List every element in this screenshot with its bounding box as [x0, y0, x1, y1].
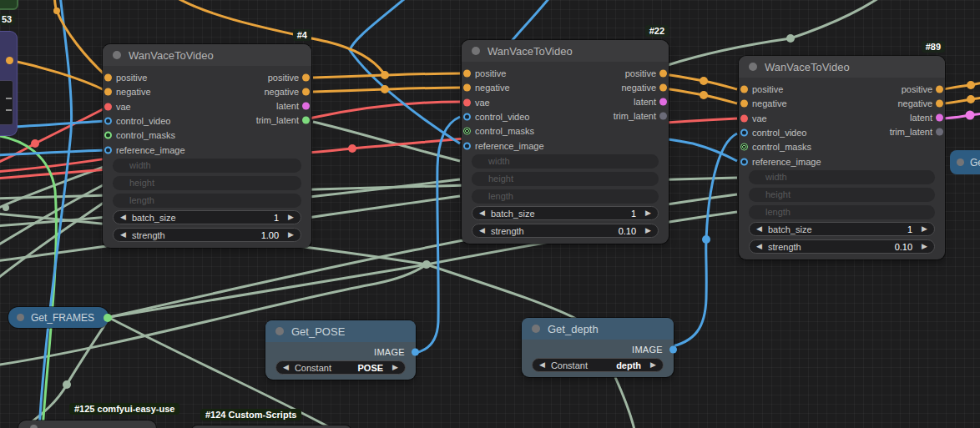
widget-strength[interactable]: ◀strength0.10▶ — [472, 224, 659, 238]
output-slot-trim_latent[interactable]: trim_latent — [211, 113, 311, 127]
output-slot-latent[interactable]: latent — [211, 99, 311, 113]
output-slot-positive[interactable]: positive — [568, 67, 669, 80]
collapse-dot-icon[interactable] — [17, 314, 24, 321]
widget-strength[interactable]: ◀strength1.00▶ — [113, 228, 301, 242]
control_video-input-dot[interactable] — [104, 118, 112, 125]
control_masks-input-dot[interactable] — [104, 132, 112, 139]
output-slot-trim_latent[interactable]: trim_latent — [845, 125, 945, 138]
negative-output-dot[interactable] — [936, 100, 943, 108]
stepper-right-arrow-icon[interactable]: ▶ — [922, 225, 927, 233]
stepper-right-arrow-icon[interactable]: ▶ — [650, 361, 656, 369]
negative-output-dot[interactable] — [302, 88, 310, 96]
output-slot-dot[interactable] — [104, 314, 112, 322]
node-wanvacetovideo-4[interactable]: #4WanVaceToVideopositivenegativevaecontr… — [103, 44, 311, 248]
control_video-input-dot[interactable] — [740, 129, 748, 137]
widget-constant[interactable]: ◀Constantdepth▶ — [532, 358, 664, 372]
negative-input-dot[interactable] — [104, 88, 112, 96]
reference_image-input-dot[interactable] — [463, 143, 471, 150]
vae-input-dot[interactable] — [104, 103, 112, 111]
input-slot-control_masks[interactable]: control_masks — [462, 124, 595, 138]
stepper-left-arrow-icon[interactable]: ◀ — [479, 209, 485, 217]
node-title-bar[interactable]: WanVaceToVideo — [462, 40, 669, 62]
text-widget[interactable] — [0, 80, 13, 125]
widget-batch_size[interactable]: ◀batch_size1▶ — [749, 222, 935, 236]
negative-output-dot[interactable] — [659, 84, 667, 92]
positive-input-dot[interactable] — [740, 86, 748, 93]
stepper-right-arrow-icon[interactable]: ▶ — [288, 214, 294, 221]
output-slot-image[interactable]: IMAGE — [332, 345, 416, 359]
input-slot-control_masks[interactable]: control_masks — [739, 140, 872, 154]
input-slot-reference_image[interactable]: reference_image — [739, 155, 872, 169]
widget-batch_size[interactable]: ◀batch_size1▶ — [472, 206, 659, 220]
negative-input-dot[interactable] — [740, 100, 748, 108]
node-graph-canvas[interactable]: 53 #4WanVaceToVideopositivenegativevaeco… — [0, 0, 980, 428]
widget-width[interactable]: width — [113, 159, 301, 173]
node-wanvacetovideo-22[interactable]: #22WanVaceToVideopositivenegativevaecont… — [462, 40, 669, 244]
stepper-left-arrow-icon[interactable]: ◀ — [283, 364, 289, 371]
output-slot-dot[interactable] — [6, 57, 13, 64]
node-get-frames[interactable]: Get_FRAMES — [8, 307, 109, 328]
latent-output-dot[interactable] — [302, 103, 310, 110]
output-slot-positive[interactable]: positive — [211, 71, 311, 84]
widget-width[interactable]: width — [749, 170, 935, 184]
collapse-dot-icon[interactable] — [749, 63, 757, 71]
stepper-left-arrow-icon[interactable]: ◀ — [479, 227, 485, 234]
positive-input-dot[interactable] — [104, 74, 112, 82]
latent-output-dot[interactable] — [936, 114, 943, 122]
node-get-clipped[interactable]: Get_ — [950, 150, 980, 174]
trim_latent-output-dot[interactable] — [302, 117, 310, 124]
stepper-left-arrow-icon[interactable]: ◀ — [539, 361, 545, 369]
output-slot-trim_latent[interactable]: trim_latent — [568, 109, 669, 123]
stepper-right-arrow-icon[interactable]: ▶ — [288, 231, 294, 239]
node-wanvacetovideo-89[interactable]: #89WanVaceToVideopositivenegativevaecont… — [739, 56, 945, 259]
stepper-left-arrow-icon[interactable]: ◀ — [120, 214, 126, 221]
image-output-dot[interactable] — [412, 349, 419, 356]
widget-length[interactable]: length — [113, 194, 301, 208]
node-partial-purple[interactable] — [0, 32, 17, 135]
stepper-right-arrow-icon[interactable]: ▶ — [922, 243, 927, 250]
stepper-right-arrow-icon[interactable]: ▶ — [392, 364, 398, 371]
trim_latent-output-dot[interactable] — [936, 128, 943, 136]
widget-strength[interactable]: ◀strength0.10▶ — [749, 239, 935, 254]
collapse-dot-icon[interactable] — [275, 327, 284, 335]
stepper-right-arrow-icon[interactable]: ▶ — [645, 209, 651, 217]
control_masks-input-dot[interactable] — [463, 128, 471, 135]
output-slot-latent[interactable]: latent — [845, 111, 945, 124]
node-title-bar[interactable]: Get_depth — [522, 318, 674, 340]
positive-output-dot[interactable] — [659, 70, 667, 78]
output-slot-negative[interactable]: negative — [845, 97, 945, 110]
vae-input-dot[interactable] — [463, 99, 471, 107]
collapse-dot-icon[interactable] — [532, 325, 540, 333]
input-slot-control_masks[interactable]: control_masks — [103, 128, 236, 142]
negative-input-dot[interactable] — [463, 84, 471, 92]
latent-output-dot[interactable] — [659, 98, 667, 106]
widget-length[interactable]: length — [749, 205, 935, 219]
output-slot-latent[interactable]: latent — [568, 95, 669, 108]
node-partial-green[interactable] — [0, 0, 18, 10]
collapse-dot-icon[interactable] — [113, 51, 121, 59]
output-slot-positive[interactable]: positive — [845, 83, 945, 96]
positive-output-dot[interactable] — [302, 74, 310, 82]
image-output-dot[interactable] — [669, 346, 677, 354]
widget-batch_size[interactable]: ◀batch_size1▶ — [113, 210, 301, 224]
stepper-left-arrow-icon[interactable]: ◀ — [120, 231, 126, 239]
widget-height[interactable]: height — [113, 176, 301, 190]
widget-constant[interactable]: ◀ConstantPOSE▶ — [275, 360, 406, 375]
stepper-left-arrow-icon[interactable]: ◀ — [756, 225, 762, 233]
node-title-bar[interactable]: WanVaceToVideo — [739, 56, 945, 78]
stepper-right-arrow-icon[interactable]: ▶ — [645, 227, 651, 234]
trim_latent-output-dot[interactable] — [659, 113, 667, 120]
control_masks-input-dot[interactable] — [740, 144, 748, 151]
node-get-depth[interactable]: Get_depthIMAGE◀Constantdepth▶ — [522, 318, 674, 377]
control_video-input-dot[interactable] — [463, 113, 471, 121]
widget-length[interactable]: length — [472, 189, 659, 204]
input-slot-reference_image[interactable]: reference_image — [462, 139, 595, 153]
positive-output-dot[interactable] — [936, 86, 943, 93]
stepper-left-arrow-icon[interactable]: ◀ — [756, 243, 762, 250]
node-title-bar[interactable]: Get_POSE — [265, 320, 416, 342]
output-slot-negative[interactable]: negative — [211, 85, 311, 98]
widget-height[interactable]: height — [472, 172, 659, 186]
widget-height[interactable]: height — [749, 188, 935, 202]
reference_image-input-dot[interactable] — [740, 159, 748, 166]
reference_image-input-dot[interactable] — [104, 147, 112, 154]
